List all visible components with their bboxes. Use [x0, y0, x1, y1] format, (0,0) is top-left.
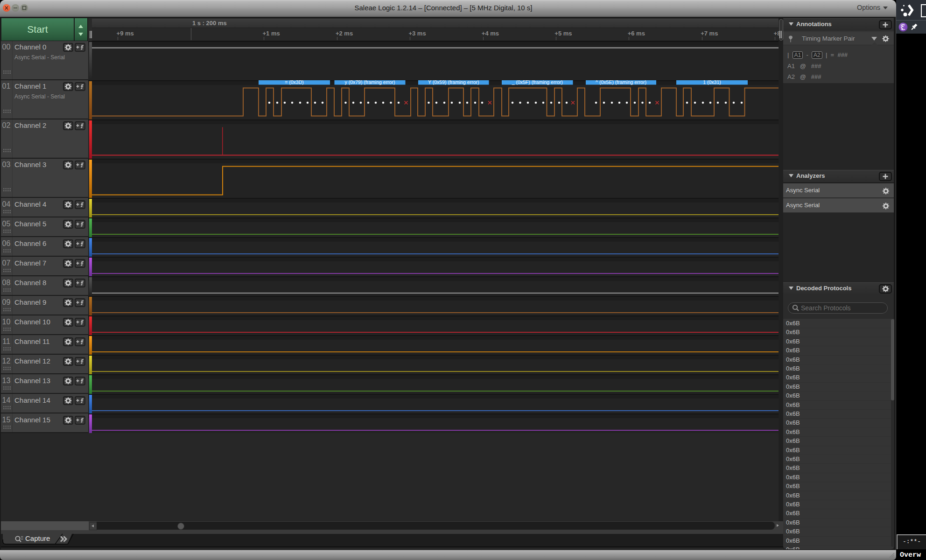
- svg-text:= (0x3D): = (0x3D): [285, 79, 304, 85]
- svg-text:1 (0x31): 1 (0x31): [703, 79, 721, 85]
- svg-text:Capture: Capture: [25, 534, 50, 542]
- svg-text:_ (0x5F) (framing error): _ (0x5F) (framing error): [512, 79, 563, 85]
- svg-text:Y (0x59) (framing error): Y (0x59) (framing error): [428, 79, 479, 85]
- svg-text:y (0x79) (framing error): y (0x79) (framing error): [345, 79, 395, 85]
- svg-text:^ (0x5E) (framing error): ^ (0x5E) (framing error): [596, 79, 646, 85]
